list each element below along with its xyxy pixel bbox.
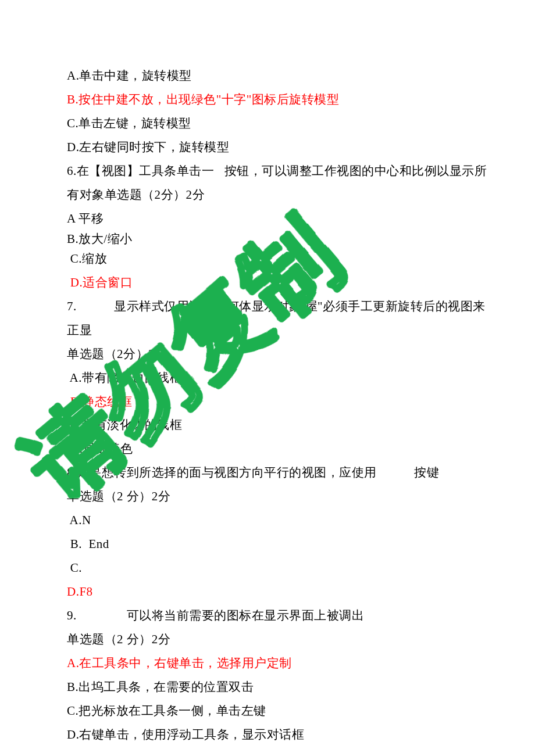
text-line: B.放大/缩小: [67, 231, 500, 247]
text-line: 单选题（2 分）2分: [67, 628, 500, 651]
text-line: A 平移: [67, 207, 500, 231]
text-line: A.单击中建，旋转模型: [67, 64, 500, 88]
text-line: D.适合窗口: [67, 271, 500, 295]
text-line: 有对象单选题（2分）2分: [67, 183, 500, 207]
lines-container: A.单击中建，旋转模型B.按住中建不放，出现绿色"十字"图标后旋转模型C.单击左…: [67, 64, 500, 747]
text-line: A.N: [67, 508, 500, 532]
text-line: A.带有隐藏边的线框: [67, 366, 500, 390]
text-line: D.F8: [67, 580, 500, 604]
text-line: 7. 显示样式仅用边缘几何体显示对象,屋"必须手工更新旋转后的视图来: [67, 295, 500, 318]
text-line: A.在工具条中，右键单击，选择用户定制: [67, 651, 500, 675]
document-page: A.单击中建，旋转模型B.按住中建不放，出现绿色"十字"图标后旋转模型C.单击左…: [0, 0, 535, 756]
text-line: B. End: [67, 532, 500, 556]
text-line: 单选题（2 分）2分: [67, 485, 500, 508]
text-line: 正显: [67, 318, 500, 342]
text-line: D.局部着色: [67, 437, 500, 461]
text-line: C.把光标放在工具条一侧，单击左键: [67, 699, 500, 723]
text-line: C.缩放: [67, 247, 500, 271]
text-line: 8.如果想转到所选择的面与视图方向平行的视图，应使用 按键: [67, 461, 500, 485]
text-line: 单选题（2分）2分: [67, 342, 500, 366]
text-line: B.按住中建不放，出现绿色"十字"图标后旋转模型: [67, 88, 500, 112]
text-line: 6.在【视图】工具条单击一 按钮，可以调整工作视图的中心和比例以显示所: [67, 159, 500, 183]
text-line: B.静态线框: [67, 390, 500, 414]
text-line: 9. 可以将当前需要的图标在显示界面上被调出: [67, 604, 500, 628]
text-line: D.右键单击，使用浮动工具条，显示对话框: [67, 723, 500, 747]
text-line: C.单击左键，旋转模型: [67, 112, 500, 135]
text-line: D.左右键同时按下，旋转模型: [67, 135, 500, 159]
text-line: B.出坞工具条，在需要的位置双击: [67, 675, 500, 699]
text-line: C.带有淡化边的线框: [67, 413, 500, 437]
text-line: C.: [67, 556, 500, 580]
